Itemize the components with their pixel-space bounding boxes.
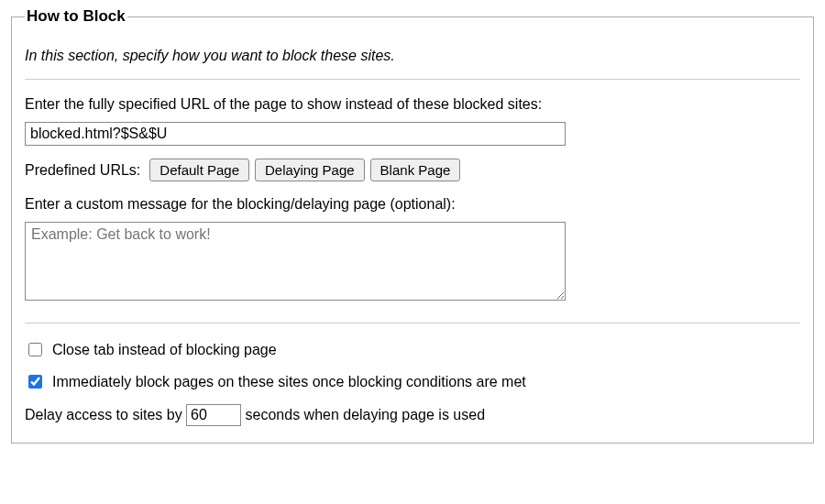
delay-before-text: Delay access to sites by: [25, 407, 182, 422]
delaying-page-button[interactable]: Delaying Page: [255, 159, 365, 181]
close-tab-option-row: Close tab instead of blocking page: [25, 340, 800, 359]
delay-seconds-input[interactable]: [186, 404, 241, 426]
custom-message-textarea[interactable]: [25, 222, 566, 301]
blocked-url-input[interactable]: [25, 122, 566, 146]
how-to-block-fieldset: How to Block In this section, specify ho…: [11, 7, 814, 444]
predefined-urls-label: Predefined URLs:: [25, 162, 140, 179]
section-intro: In this section, specify how you want to…: [25, 48, 800, 64]
divider: [25, 323, 800, 323]
default-page-button[interactable]: Default Page: [149, 159, 249, 181]
custom-message-prompt: Enter a custom message for the blocking/…: [25, 196, 800, 213]
url-prompt-label: Enter the fully specified URL of the pag…: [25, 96, 800, 113]
immediate-block-label[interactable]: Immediately block pages on these sites o…: [52, 374, 526, 390]
delay-after-text: seconds when delaying page is used: [246, 407, 486, 422]
close-tab-checkbox[interactable]: [28, 343, 42, 356]
immediate-block-option-row: Immediately block pages on these sites o…: [25, 372, 800, 391]
divider: [25, 79, 800, 80]
immediate-block-checkbox[interactable]: [28, 375, 42, 389]
blank-page-button[interactable]: Blank Page: [370, 159, 461, 181]
predefined-urls-row: Predefined URLs: Default Page Delaying P…: [25, 159, 800, 181]
close-tab-label[interactable]: Close tab instead of blocking page: [52, 342, 277, 358]
fieldset-legend: How to Block: [25, 7, 127, 26]
delay-access-row: Delay access to sites by seconds when de…: [25, 404, 800, 426]
